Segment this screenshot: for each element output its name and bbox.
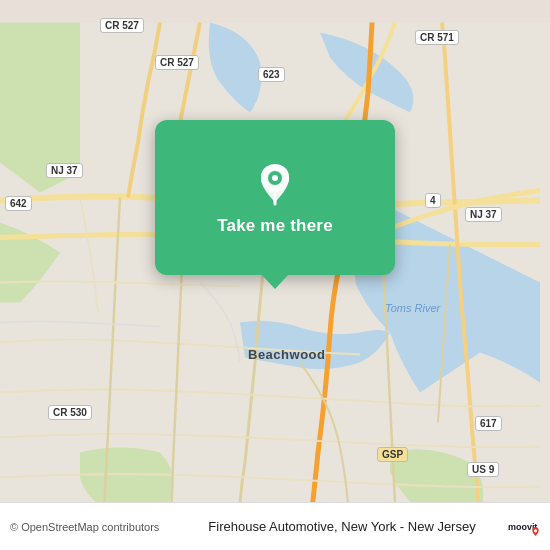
take-me-there-button[interactable]: Take me there	[217, 216, 333, 236]
location-pin-icon	[251, 160, 299, 208]
moovit-logo-svg: moovit	[508, 511, 540, 543]
bottom-bar: © OpenStreetMap contributors Firehouse A…	[0, 502, 550, 550]
svg-point-6	[534, 529, 537, 532]
business-name: Firehouse Automotive, New York - New Jer…	[176, 519, 508, 534]
osm-attribution: © OpenStreetMap contributors	[10, 521, 176, 533]
svg-point-4	[272, 175, 278, 181]
map-container: CR 527 CR 527 CR 571 NJ 37 623 4 NJ 37 6…	[0, 0, 550, 550]
popup-card: Take me there	[155, 120, 395, 275]
moovit-logo: moovit	[508, 511, 540, 543]
